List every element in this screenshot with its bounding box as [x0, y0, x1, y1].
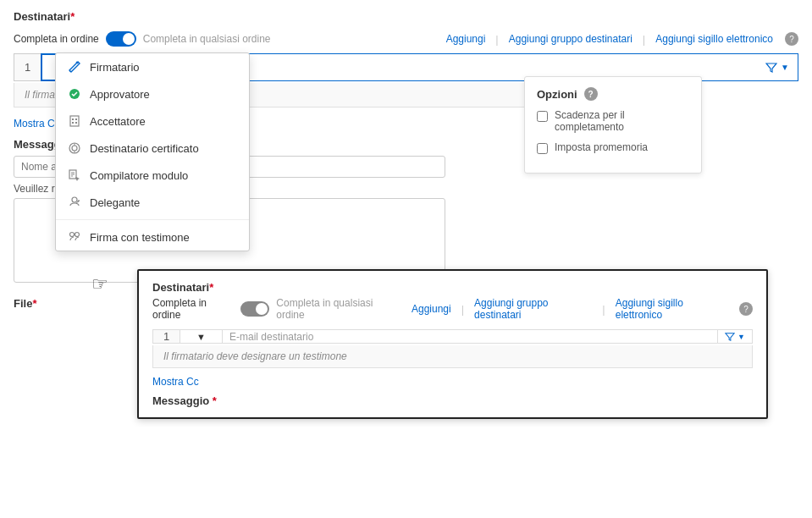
dropdown-item-firma-testimone[interactable]: Firma con testimone	[56, 223, 249, 251]
funnel-icon	[765, 62, 777, 74]
options-title-text: Opzioni	[537, 88, 577, 101]
dropdown-item-accettatore[interactable]: Accettatore	[56, 107, 249, 135]
delegante-label: Delegante	[90, 196, 140, 209]
svg-rect-4	[72, 122, 74, 124]
dropdown-item-firmatario[interactable]: Firmatario	[56, 53, 249, 80]
scadenza-label: Scadenza per il completamento	[555, 109, 689, 133]
svg-point-7	[72, 146, 77, 151]
inset-completa-label: Completa in ordine	[152, 297, 234, 321]
promemoria-checkbox[interactable]	[537, 143, 548, 154]
inset-aggiungi-sigillo-link[interactable]: Aggiungi sigillo elettronico	[616, 297, 727, 321]
svg-rect-1	[70, 116, 79, 126]
svg-rect-5	[75, 122, 77, 124]
destinatari-title: Destinatari*	[14, 10, 75, 23]
inset-funnel-icon	[725, 332, 735, 342]
dropdown-item-destinatario-cert[interactable]: Destinatario certificato	[56, 135, 249, 162]
aggiungi-sigillo-link[interactable]: Aggiungi sigillo elettronico	[655, 33, 773, 45]
svg-point-11	[72, 197, 77, 202]
delegate-icon	[68, 196, 81, 209]
inset-aggiungi-gruppo-link[interactable]: Aggiungi gruppo destinatari	[474, 297, 592, 321]
firmatario-label: Firmatario	[90, 61, 140, 74]
inset-mostra-cc-link[interactable]: Mostra Cc	[152, 376, 199, 388]
form-icon	[68, 168, 81, 182]
badge-icon	[68, 141, 81, 155]
svg-rect-2	[72, 118, 74, 120]
dropdown-menu: Firmatario Approvatore Accettatore	[55, 52, 250, 251]
inset-help-icon[interactable]: ?	[739, 302, 753, 316]
witness-icon	[68, 230, 81, 244]
options-panel: Opzioni ? Scadenza per il completamento …	[524, 76, 702, 174]
firma-testimone-label: Firma con testimone	[90, 231, 190, 244]
completa-toggle[interactable]	[106, 31, 136, 47]
dropdown-divider	[56, 219, 249, 220]
aggiungi-link[interactable]: Aggiungi	[446, 33, 486, 45]
pen-icon	[68, 60, 81, 74]
inset-messaggio-label: Messaggio *	[152, 394, 753, 407]
mostra-cc-link[interactable]: Mostra Cc	[14, 118, 60, 130]
help-icon-top[interactable]: ?	[785, 32, 798, 46]
dropdown-item-delegante[interactable]: Delegante	[56, 189, 249, 216]
approvatore-label: Approvatore	[90, 88, 150, 101]
options-help-icon[interactable]: ?	[584, 87, 598, 101]
filter-button[interactable]: ▼	[757, 53, 798, 81]
inset-aggiungi-link[interactable]: Aggiungi	[412, 303, 451, 315]
accettatore-label: Accettatore	[90, 115, 146, 128]
svg-point-13	[75, 233, 80, 237]
promemoria-label: Imposta promemoria	[555, 141, 648, 153]
dropdown-item-compilatore[interactable]: Compilatore modulo	[56, 162, 249, 189]
svg-point-12	[70, 233, 75, 237]
aggiungi-gruppo-link[interactable]: Aggiungi gruppo destinatari	[509, 33, 632, 45]
inset-filter-btn[interactable]: ▼	[717, 330, 752, 343]
inset-witness-row: Il firmatario deve designare un testimon…	[152, 345, 753, 368]
completa-qualsiasi-label: Completa in qualsiasi ordine	[143, 33, 271, 45]
inset-email-placeholder: E-mail destinatario	[229, 331, 313, 343]
recipient-number: 1	[14, 53, 41, 81]
building-icon	[68, 114, 81, 128]
inset-destinatari-title: Destinatari*	[152, 281, 213, 294]
destinatario-cert-label: Destinatario certificato	[90, 142, 199, 155]
compilatore-label: Compilatore modulo	[90, 169, 188, 182]
inset-completa-qualsiasi: Completa in qualsiasi ordine	[276, 297, 398, 321]
inset-email-wrap: E-mail destinatario	[223, 330, 717, 343]
completa-label: Completa in ordine	[14, 33, 99, 45]
file-label: File	[14, 297, 32, 310]
check-circle-icon	[68, 87, 81, 101]
inset-type-selector[interactable]: ▼	[180, 330, 223, 343]
scadenza-checkbox[interactable]	[537, 111, 548, 122]
inset-completa-toggle[interactable]	[240, 301, 269, 317]
svg-rect-3	[75, 118, 77, 120]
inset-recipient-number: 1	[153, 330, 180, 343]
dropdown-item-approvatore[interactable]: Approvatore	[56, 80, 249, 107]
inset-box: Destinatari* Completa in ordine Completa…	[137, 269, 768, 419]
